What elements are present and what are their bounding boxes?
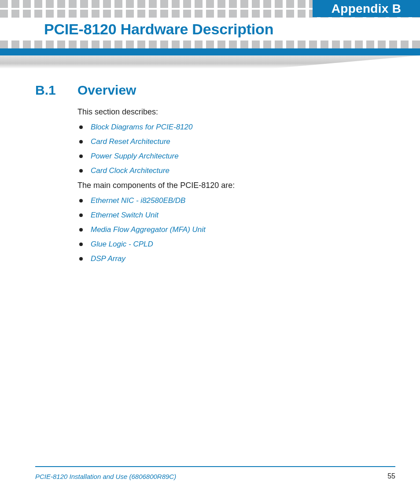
footer-doc-title: PCIE-8120 Installation and Use (6806800R… — [35, 473, 176, 480]
intro-text-2: The main components of the PCIE-8120 are… — [77, 181, 387, 190]
link-power-supply[interactable]: Power Supply Architecture — [91, 152, 179, 160]
list-item: Ethernet Switch Unit — [77, 211, 387, 220]
section-heading: B.1 Overview — [35, 83, 387, 98]
list-item: Media Flow Aggregator (MFA) Unit — [77, 225, 387, 234]
link-card-clock[interactable]: Card Clock Architecture — [91, 166, 169, 175]
link-ethernet-switch[interactable]: Ethernet Switch Unit — [91, 211, 158, 219]
link-block-diagrams[interactable]: Block Diagrams for PCIE-8120 — [91, 123, 192, 131]
section-number: B.1 — [35, 83, 77, 98]
page-title-row: PCIE-8120 Hardware Description — [0, 19, 420, 39]
content-area: B.1 Overview This section describes: Blo… — [35, 83, 387, 269]
intro-text-1: This section describes: — [77, 107, 387, 117]
list-item: Block Diagrams for PCIE-8120 — [77, 123, 387, 132]
appendix-label: Appendix B — [332, 2, 402, 16]
divider-bar-gray — [0, 55, 420, 69]
list-item: Card Reset Architecture — [77, 137, 387, 146]
list-item: Power Supply Architecture — [77, 152, 387, 161]
page-title: PCIE-8120 Hardware Description — [0, 21, 273, 38]
link-list-2: Ethernet NIC - i82580EB/DB Ethernet Swit… — [77, 196, 387, 263]
link-mfa-unit[interactable]: Media Flow Aggregator (MFA) Unit — [91, 225, 206, 234]
list-item: DSP Array — [77, 254, 387, 263]
page-footer: PCIE-8120 Installation and Use (6806800R… — [35, 466, 395, 480]
list-item: Ethernet NIC - i82580EB/DB — [77, 196, 387, 205]
link-list-1: Block Diagrams for PCIE-8120 Card Reset … — [77, 123, 387, 175]
link-dsp-array[interactable]: DSP Array — [91, 254, 125, 263]
divider-bar-blue — [0, 48, 420, 55]
section-title: Overview — [77, 83, 136, 98]
link-ethernet-nic[interactable]: Ethernet NIC - i82580EB/DB — [91, 196, 185, 205]
footer-page-number: 55 — [387, 472, 395, 480]
list-item: Card Clock Architecture — [77, 166, 387, 175]
appendix-badge: Appendix B — [313, 0, 420, 17]
link-card-reset[interactable]: Card Reset Architecture — [91, 137, 170, 146]
link-glue-logic[interactable]: Glue Logic - CPLD — [91, 240, 153, 248]
list-item: Glue Logic - CPLD — [77, 240, 387, 249]
